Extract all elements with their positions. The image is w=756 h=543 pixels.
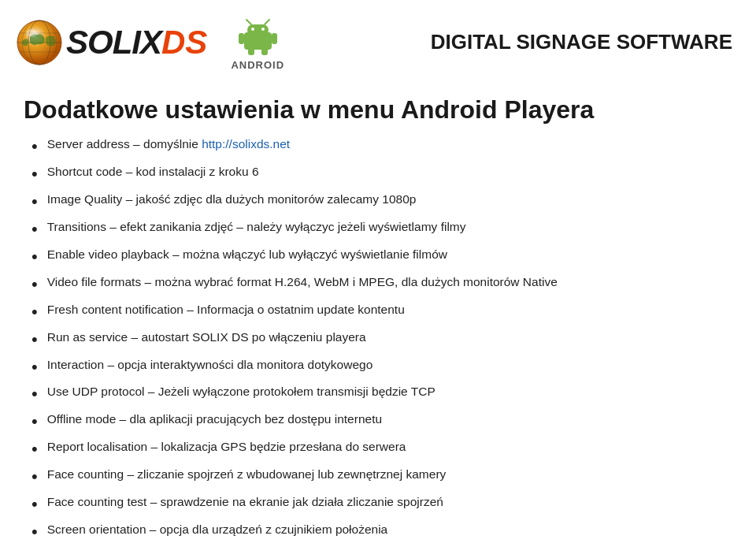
list-item: Use UDP protocol – Jeżeli wyłączone prot… xyxy=(32,383,724,407)
bullet-text-before: Server address – domyślnie xyxy=(47,137,202,151)
bullet-text: Server address – domyślnie http://solixd… xyxy=(47,136,290,153)
svg-rect-9 xyxy=(247,24,269,35)
list-item: Server address – domyślnie http://solixd… xyxy=(32,136,724,159)
svg-rect-16 xyxy=(248,48,254,55)
svg-line-12 xyxy=(246,20,251,24)
list-item: Video file formats – można wybrać format… xyxy=(32,273,724,297)
android-icon xyxy=(236,14,280,58)
list-item: Offline mode – dla aplikacji pracujących… xyxy=(32,411,724,434)
server-address-link[interactable]: http://solixds.net xyxy=(202,137,290,151)
svg-rect-17 xyxy=(261,48,268,55)
list-item: Run as service – autostart SOLIX DS po w… xyxy=(32,329,724,352)
bullet-text: Image Quality – jakość zdjęc dla dużych … xyxy=(47,191,417,208)
svg-point-11 xyxy=(261,28,265,31)
digital-signage-title: DIGITAL SIGNAGE SOFTWARE xyxy=(431,30,732,54)
svg-rect-14 xyxy=(239,33,244,44)
list-item: Transitions – efekt zanikania zdjęć – na… xyxy=(32,218,724,242)
svg-rect-15 xyxy=(272,33,277,44)
android-section: android xyxy=(231,14,284,71)
solix-text: SOLIX xyxy=(66,24,161,61)
list-item: Shortcut code – kod instalacji z kroku 6 xyxy=(32,163,724,187)
bullet-text: Report localisation – lokalizacja GPS bę… xyxy=(47,438,406,456)
feature-list: Server address – domyślnie http://solixd… xyxy=(24,136,724,543)
bullet-text: Use UDP protocol – Jeżeli wyłączone prot… xyxy=(47,383,435,400)
page-title: Dodatkowe ustawienia w menu Android Play… xyxy=(24,95,724,125)
svg-line-13 xyxy=(265,20,269,24)
bullet-text: Interaction – opcja interaktywności dla … xyxy=(47,356,373,374)
list-item: Enable video playback – można włączyć lu… xyxy=(32,246,724,270)
main-content: Dodatkowe ustawienia w menu Android Play… xyxy=(0,79,756,543)
bullet-text: Video file formats – można wybrać format… xyxy=(47,273,558,291)
list-item: Face counting test – sprawdzenie na ekra… xyxy=(32,493,724,517)
list-item: Face counting – zliczanie spojrzeń z wbu… xyxy=(32,466,724,489)
android-label: android xyxy=(231,59,284,71)
svg-point-10 xyxy=(251,28,254,31)
ds-text: DS xyxy=(161,24,207,61)
list-item: Image Quality – jakość zdjęc dla dużych … xyxy=(32,191,724,214)
list-item: Interaction – opcja interaktywności dla … xyxy=(32,356,724,380)
header: SOLIXDS android DIGITAL SIGNAGE SOFTWARE xyxy=(0,0,756,79)
bullet-text: Fresh content notification – Informacja … xyxy=(47,301,405,318)
bullet-text: Transitions – efekt zanikania zdjęć – na… xyxy=(47,218,466,236)
bullet-text: Offline mode – dla aplikacji pracujących… xyxy=(47,411,382,428)
list-item: Fresh content notification – Informacja … xyxy=(32,301,724,325)
solix-wordmark: SOLIXDS xyxy=(66,24,207,61)
bullet-text: Enable video playback – można włączyć lu… xyxy=(47,246,447,263)
bullet-text: Shortcut code – kod instalacji z kroku 6 xyxy=(47,163,259,180)
list-item: Screen orientation – opcja dla urządzeń … xyxy=(32,521,724,543)
bullet-text: Face counting test – sprawdzenie na ekra… xyxy=(47,493,443,511)
solix-logo: SOLIXDS xyxy=(16,19,207,66)
bullet-text: Face counting – zliczanie spojrzeń z wbu… xyxy=(47,466,447,483)
solix-globe-icon xyxy=(16,19,63,66)
svg-point-7 xyxy=(26,29,37,37)
bullet-text: Screen orientation – opcja dla urządzeń … xyxy=(47,521,388,538)
list-item: Report localisation – lokalizacja GPS bę… xyxy=(32,438,724,462)
bullet-text: Run as service – autostart SOLIX DS po w… xyxy=(47,329,366,346)
